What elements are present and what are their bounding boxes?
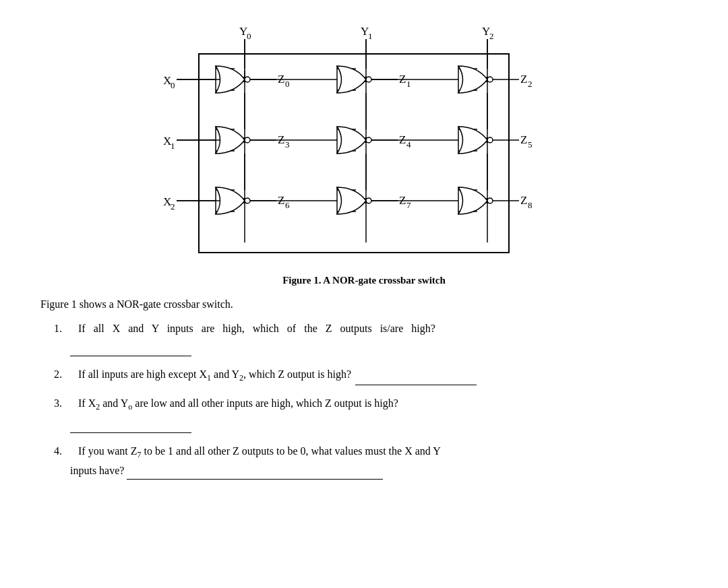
x0-sub: 0: [171, 80, 175, 90]
q3-number: 3.: [54, 395, 70, 412]
y2-sub: 2: [489, 31, 494, 41]
q2-answer: [355, 367, 477, 385]
y1-sub: 1: [368, 31, 373, 41]
z5-sub: 5: [528, 139, 533, 150]
z4-sub: 4: [406, 139, 411, 150]
q2-text: If all inputs are high except X1 and Y2,…: [73, 368, 477, 380]
figure-container: .label { font-family: 'Times New Roman',…: [40, 20, 688, 286]
y0-sub: 0: [247, 31, 251, 41]
questions-section: 1. If all X and Y inputs are high, which…: [40, 320, 688, 480]
z2-label: Z: [520, 73, 527, 86]
z5-label: Z: [520, 133, 527, 146]
svg-point-45: [366, 137, 371, 143]
question-4: 4. If you want Z7 to be 1 and all other …: [54, 443, 688, 480]
svg-point-37: [245, 137, 250, 143]
q2-number: 2.: [54, 366, 70, 383]
q1-answer-line: [70, 339, 191, 357]
svg-point-68: [366, 198, 371, 203]
svg-point-53: [487, 137, 493, 143]
z0-sub: 0: [285, 79, 290, 89]
question-3: 3. If X2 and Yo are low and all other in…: [54, 395, 688, 433]
q4-text: If you want Z7 to be 1 and all other Z o…: [73, 445, 441, 457]
z8-sub: 8: [528, 200, 533, 210]
q3-text: If X2 and Yo are low and all other input…: [73, 397, 398, 409]
x1-sub: 1: [171, 141, 175, 151]
svg-point-76: [487, 198, 493, 203]
svg-point-11: [245, 77, 250, 82]
q4-number: 4.: [54, 443, 70, 460]
circuit-diagram: .label { font-family: 'Times New Roman',…: [135, 20, 593, 269]
svg-point-30: [487, 77, 493, 82]
z7-sub: 7: [406, 200, 411, 210]
z2-sub: 2: [528, 79, 533, 89]
intro-text: Figure 1 shows a NOR-gate crossbar switc…: [40, 298, 688, 311]
z8-label: Z: [520, 194, 527, 207]
question-1: 1. If all X and Y inputs are high, which…: [54, 320, 688, 356]
q4-inputs-label: inputs have?: [54, 465, 383, 476]
q4-answer: [127, 461, 383, 480]
z3-sub: 3: [285, 139, 290, 150]
x2-sub: 2: [171, 201, 175, 211]
z6-sub: 6: [285, 200, 290, 210]
svg-point-60: [245, 198, 250, 203]
q1-number: 1.: [54, 320, 70, 337]
question-2: 2. If all inputs are high except X1 and …: [54, 366, 688, 385]
figure-caption: Figure 1. A NOR-gate crossbar switch: [282, 275, 446, 286]
q3-answer-line: [70, 415, 191, 433]
q1-text: If all X and Y inputs are high, which of…: [73, 323, 435, 334]
svg-point-22: [366, 77, 371, 82]
z1-sub: 1: [406, 79, 411, 89]
